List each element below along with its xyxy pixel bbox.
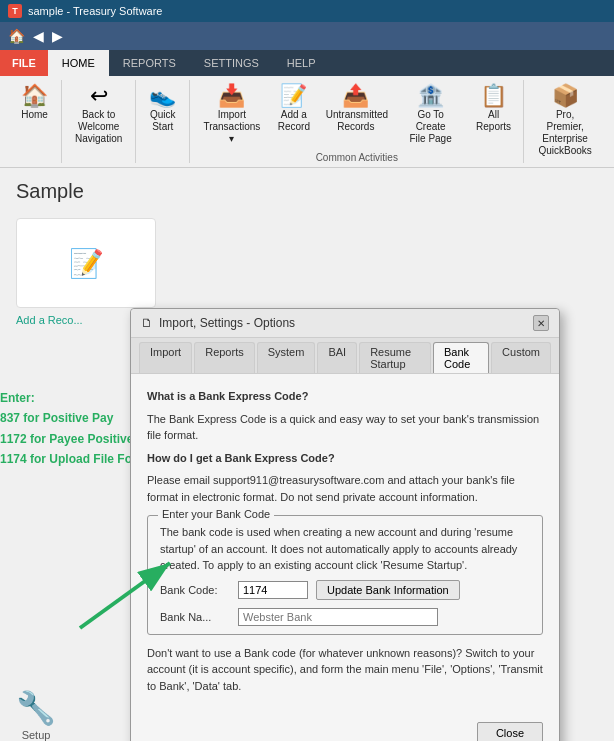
import-label: ImportTransactions ▾ [203,109,260,145]
ribbon-group-quickstart: 👟 QuickStart [136,80,190,163]
update-bank-btn[interactable]: Update Bank Information [316,580,460,600]
ribbon-btn-goto-create[interactable]: 🏦 Go To CreateFile Page [393,80,468,150]
home-nav-icon[interactable]: 🏠 [8,28,25,44]
dialog-tab-bar: Import Reports System BAI Resume Startup… [131,338,559,374]
untransmitted-icon: 📤 [342,85,369,107]
all-reports-label: AllReports [476,109,511,133]
app-icon: T [8,4,22,18]
add-record-icon: 📝 [280,85,307,107]
ribbon-btn-untransmitted[interactable]: 📤 UntransmittedRecords [318,80,393,138]
setup-label: Setup [22,729,51,741]
info-text-1: The Bank Express Code is a quick and eas… [147,411,543,444]
info-text-2: Please email support911@treasurysoftware… [147,472,543,505]
tab-import[interactable]: Import [139,342,192,373]
group-box-legend: Enter your Bank Code [158,508,274,520]
untransmitted-label: UntransmittedRecords [326,109,386,133]
dialog-title: 🗋 Import, Settings - Options [141,316,295,330]
qb-icon: 📦 [552,85,579,107]
ribbon-group-qb: 📦 Pro, Premier,EnterpriseQuickBooks [524,80,606,163]
info-title-1: What is a Bank Express Code? [147,388,543,405]
tab-help[interactable]: HELP [273,50,330,76]
setup-section: 🔧 Setup [16,689,56,741]
bank-code-input[interactable] [238,581,308,599]
home-label: Home [21,109,48,121]
tab-file[interactable]: FILE [0,50,48,76]
ribbon-btn-import[interactable]: 📥 ImportTransactions ▾ [194,80,269,150]
bg-card: 📝 [16,218,156,308]
title-bar: T sample - Treasury Software [0,0,614,22]
tab-reports[interactable]: Reports [194,342,255,373]
dialog-title-icon: 🗋 [141,316,153,330]
back-nav-icon[interactable]: ◀ [33,28,44,44]
ribbon-btn-quickstart[interactable]: 👟 QuickStart [140,80,185,138]
main-content: Sample 📝 Add a Reco... Enter: 837 for Po… [0,168,614,741]
ribbon-group-back: ↩ Back toWelcomeNavigation [62,80,136,163]
bank-name-row: Bank Na... [160,608,530,626]
bank-name-label: Bank Na... [160,611,230,623]
nav-bar: 🏠 ◀ ▶ [0,22,614,50]
goto-create-label: Go To CreateFile Page [402,109,459,145]
ribbon-btn-add-record[interactable]: 📝 Add aRecord [269,80,318,138]
dialog: 🗋 Import, Settings - Options ✕ Import Re… [130,308,560,741]
ribbon-group-home: 🏠 Home [8,80,62,163]
quickstart-icon: 👟 [149,85,176,107]
info-title-2: How do I get a Bank Express Code? [147,450,543,467]
tab-settings[interactable]: SETTINGS [190,50,273,76]
back-icon: ↩ [90,85,108,107]
title-text: sample - Treasury Software [28,5,163,17]
bank-code-label: Bank Code: [160,584,230,596]
ribbon-btn-all-reports[interactable]: 📋 AllReports [468,80,519,138]
ribbon-btn-back[interactable]: ↩ Back toWelcomeNavigation [66,80,131,150]
tab-home[interactable]: HOME [48,50,109,76]
tab-resume-startup[interactable]: Resume Startup [359,342,431,373]
all-reports-icon: 📋 [480,85,507,107]
page-title: Sample [16,180,598,203]
tab-bank-code[interactable]: Bank Code [433,342,489,373]
ribbon-btn-home[interactable]: 🏠 Home [12,80,57,126]
setup-icon: 🔧 [16,689,56,727]
tab-system[interactable]: System [257,342,316,373]
bank-code-row: Bank Code: Update Bank Information [160,580,530,600]
bank-code-group: Enter your Bank Code The bank code is us… [147,515,543,635]
tab-bai[interactable]: BAI [317,342,357,373]
dialog-body: What is a Bank Express Code? The Bank Ex… [131,374,559,714]
dialog-close-x[interactable]: ✕ [533,315,549,331]
ribbon-group-common: 📥 ImportTransactions ▾ 📝 Add aRecord 📤 U… [190,80,524,163]
dialog-footer: Close [131,714,559,741]
forward-nav-icon[interactable]: ▶ [52,28,63,44]
common-activities-label: Common Activities [194,150,519,163]
bank-name-input[interactable] [238,608,438,626]
add-record-label: Add aRecord [278,109,310,133]
dialog-close-btn[interactable]: Close [477,722,543,741]
qb-label: Pro, Premier,EnterpriseQuickBooks [537,109,593,157]
group-box-text: The bank code is used when creating a ne… [160,524,530,574]
ribbon: 🏠 Home ↩ Back toWelcomeNavigation 👟 Quic… [0,76,614,168]
tab-custom[interactable]: Custom [491,342,551,373]
tab-reports[interactable]: REPORTS [109,50,190,76]
dialog-footer-text: Don't want to use a Bank code (for whate… [147,645,543,695]
import-icon: 📥 [218,85,245,107]
goto-create-icon: 🏦 [417,85,444,107]
back-label: Back toWelcomeNavigation [75,109,122,145]
ribbon-btn-qb[interactable]: 📦 Pro, Premier,EnterpriseQuickBooks [528,80,602,162]
quickstart-label: QuickStart [150,109,176,133]
home-icon: 🏠 [21,85,48,107]
ribbon-tab-bar: FILE HOME REPORTS SETTINGS HELP [0,50,614,76]
dialog-title-bar: 🗋 Import, Settings - Options ✕ [131,309,559,338]
